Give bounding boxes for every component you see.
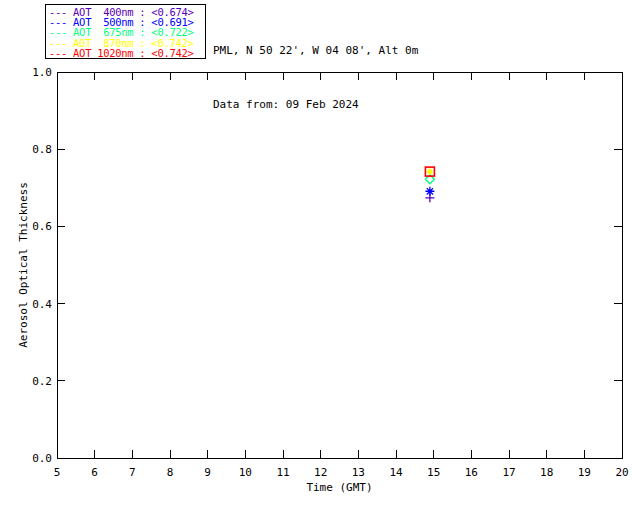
x-tick-label: 10 <box>239 466 252 479</box>
x-tick-label: 5 <box>54 466 61 479</box>
marker-aot-870nm <box>427 169 433 175</box>
x-tick-label: 17 <box>502 466 515 479</box>
x-axis-label: Time (GMT) <box>306 481 372 494</box>
y-tick-label: 0.8 <box>32 143 52 156</box>
x-tick-label: 6 <box>91 466 98 479</box>
y-axis-label: Aerosol Optical Thickness <box>17 182 30 348</box>
x-tick-label: 15 <box>427 466 440 479</box>
x-tick-label: 13 <box>352 466 365 479</box>
aot-chart: 5678910111213141516171819200.00.20.40.60… <box>0 0 640 512</box>
aot-plot-page: --- AOT 400nm : <0.674>--- AOT 500nm : <… <box>0 0 640 512</box>
y-tick-label: 1.0 <box>32 66 52 79</box>
y-tick-label: 0.4 <box>32 298 52 311</box>
y-tick-label: 0.0 <box>32 452 52 465</box>
x-tick-label: 8 <box>167 466 174 479</box>
y-tick-label: 0.6 <box>32 220 52 233</box>
x-tick-label: 9 <box>204 466 211 479</box>
y-tick-label: 0.2 <box>32 375 52 388</box>
x-tick-label: 7 <box>129 466 136 479</box>
x-tick-label: 12 <box>314 466 327 479</box>
x-tick-label: 19 <box>578 466 591 479</box>
plot-border <box>57 72 622 458</box>
x-tick-label: 14 <box>389 466 403 479</box>
x-tick-label: 16 <box>465 466 478 479</box>
x-tick-label: 11 <box>276 466 289 479</box>
x-tick-label: 18 <box>540 466 553 479</box>
x-tick-label: 20 <box>615 466 628 479</box>
marker-aot-500nm <box>425 187 434 196</box>
